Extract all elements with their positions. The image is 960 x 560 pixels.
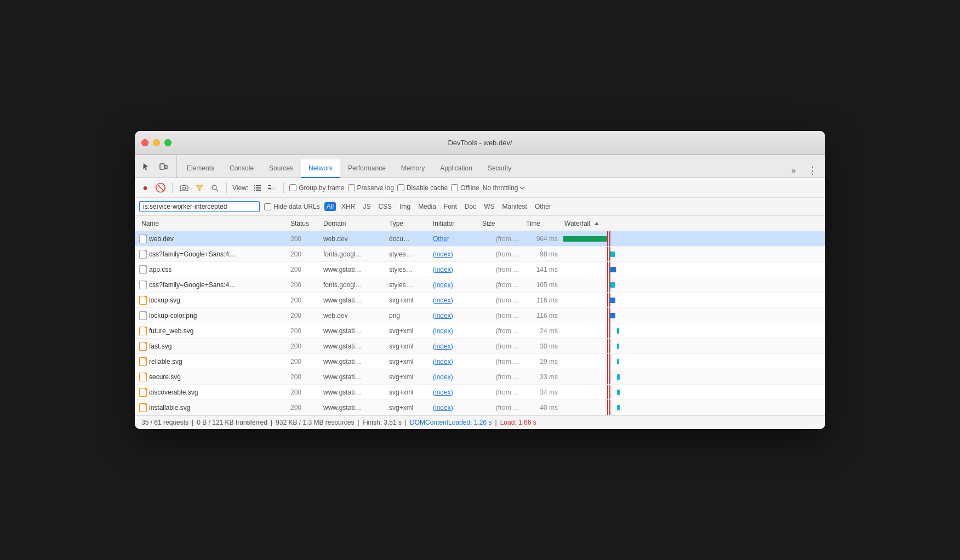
table-row[interactable]: lockup-color.png 200 web.dev png (index)… xyxy=(135,308,825,323)
header-domain[interactable]: Domain xyxy=(323,220,389,227)
detail-view-button[interactable] xyxy=(266,182,278,194)
maximize-button[interactable] xyxy=(164,139,172,146)
tab-bar-right: » ⋮ xyxy=(787,163,821,178)
cell-status: 200 xyxy=(288,327,321,335)
header-size[interactable]: Size xyxy=(482,220,526,227)
throttle-label: No throttling xyxy=(483,184,518,192)
cell-status: 200 xyxy=(288,266,321,273)
header-name[interactable]: Name xyxy=(137,220,290,227)
cursor-icon[interactable] xyxy=(139,160,152,173)
file-icon xyxy=(139,342,147,351)
preserve-log-checkbox[interactable] xyxy=(348,184,355,191)
filter-media[interactable]: Media xyxy=(416,202,438,211)
cell-waterfall xyxy=(562,262,825,277)
file-icon xyxy=(139,265,147,274)
filter-js[interactable]: JS xyxy=(361,202,373,211)
tab-sources[interactable]: Sources xyxy=(261,159,301,178)
tab-console[interactable]: Console xyxy=(222,159,261,178)
cell-status: 200 xyxy=(288,358,321,365)
record-button[interactable]: ● xyxy=(139,182,151,194)
svg-rect-0 xyxy=(160,164,164,169)
filter-css[interactable]: CSS xyxy=(376,202,394,211)
header-waterfall[interactable]: Waterfall xyxy=(564,220,823,227)
table-row[interactable]: reliable.svg 200 www.gstati… svg+xml (in… xyxy=(135,354,825,369)
list-view-button[interactable] xyxy=(252,182,264,194)
table-row[interactable]: css?family=Google+Sans:4… 200 fonts.goog… xyxy=(135,277,825,293)
view-label: View: xyxy=(232,184,248,192)
waterfall-dcl-line xyxy=(607,369,608,384)
filter-other[interactable]: Other xyxy=(533,202,553,211)
waterfall-bar xyxy=(617,374,620,380)
filter-img[interactable]: Img xyxy=(397,202,413,211)
group-by-frame-text: Group by frame xyxy=(299,184,344,192)
filter-all[interactable]: All xyxy=(324,202,336,211)
cell-initiator: (index) xyxy=(431,266,480,273)
table-row[interactable]: discoverable.svg 200 www.gstati… svg+xml… xyxy=(135,385,825,400)
disable-cache-label[interactable]: Disable cache xyxy=(397,184,448,192)
hide-data-urls-checkbox[interactable] xyxy=(264,203,271,210)
table-row[interactable]: installable.svg 200 www.gstati… svg+xml … xyxy=(135,400,825,415)
table-row[interactable]: lockup.svg 200 www.gstati… svg+xml (inde… xyxy=(135,293,825,308)
header-status[interactable]: Status xyxy=(290,220,323,227)
waterfall-dcl-line xyxy=(607,277,608,292)
filter-doc[interactable]: Doc xyxy=(462,202,478,211)
camera-button[interactable] xyxy=(178,182,190,194)
waterfall-load-line xyxy=(609,293,610,307)
waterfall-load-line xyxy=(609,354,610,369)
minimize-button[interactable] xyxy=(153,139,160,146)
tab-security[interactable]: Security xyxy=(480,159,519,178)
throttle-dropdown[interactable]: No throttling xyxy=(483,184,525,192)
svg-rect-8 xyxy=(254,187,255,188)
cell-domain: web.dev xyxy=(321,235,387,243)
table-row[interactable]: app.css 200 www.gstati… styles… (index) … xyxy=(135,262,825,277)
tab-elements[interactable]: Elements xyxy=(179,159,222,178)
table-row[interactable]: future_web.svg 200 www.gstati… svg+xml (… xyxy=(135,323,825,339)
table-row[interactable]: web.dev 200 web.dev docu… Other (from … … xyxy=(135,231,825,247)
device-toggle-icon[interactable] xyxy=(157,160,170,173)
header-time[interactable]: Time xyxy=(526,220,564,227)
disable-cache-text: Disable cache xyxy=(407,184,448,192)
file-icon xyxy=(139,357,147,366)
search-button[interactable] xyxy=(209,182,221,194)
filter-ws[interactable]: WS xyxy=(482,202,496,211)
cell-time: 964 ms xyxy=(524,235,562,243)
hide-data-urls-label[interactable]: Hide data URLs xyxy=(264,203,320,210)
filter-font[interactable]: Font xyxy=(442,202,459,211)
status-requests: 35 / 61 requests xyxy=(141,419,188,426)
clear-button[interactable]: 🚫 xyxy=(155,182,167,194)
filter-manifest[interactable]: Manifest xyxy=(500,202,529,211)
preserve-log-label[interactable]: Preserve log xyxy=(348,184,394,192)
tab-performance[interactable]: Performance xyxy=(340,159,393,178)
cell-time: 29 ms xyxy=(524,358,562,365)
svg-point-4 xyxy=(212,185,216,190)
header-initiator[interactable]: Initiator xyxy=(433,220,482,227)
waterfall-load-line xyxy=(609,247,610,261)
cell-size: (from … xyxy=(480,358,524,365)
file-icon xyxy=(139,327,147,335)
table-row[interactable]: css?family=Google+Sans:4… 200 fonts.goog… xyxy=(135,247,825,262)
status-dom-content-loaded: DOMContentLoaded: 1.26 s xyxy=(410,419,492,426)
offline-checkbox[interactable] xyxy=(451,184,458,191)
group-by-frame-label[interactable]: Group by frame xyxy=(289,184,344,192)
disable-cache-checkbox[interactable] xyxy=(397,184,404,191)
more-tabs-button[interactable]: » xyxy=(787,165,800,176)
offline-label[interactable]: Offline xyxy=(451,184,479,192)
cell-name: lockup.svg xyxy=(135,296,288,305)
filter-button[interactable] xyxy=(193,182,205,194)
filter-xhr[interactable]: XHR xyxy=(339,202,357,211)
tab-memory[interactable]: Memory xyxy=(393,159,432,178)
header-type[interactable]: Type xyxy=(389,220,433,227)
tab-network[interactable]: Network xyxy=(301,159,340,178)
cell-domain: www.gstati… xyxy=(321,266,387,273)
table-row[interactable]: fast.svg 200 www.gstati… svg+xml (index)… xyxy=(135,339,825,354)
cell-type: styles… xyxy=(387,266,431,273)
group-by-frame-checkbox[interactable] xyxy=(289,184,296,191)
table-row[interactable]: secure.svg 200 www.gstati… svg+xml (inde… xyxy=(135,369,825,385)
tab-application[interactable]: Application xyxy=(432,159,480,178)
cell-name: web.dev xyxy=(135,235,288,243)
filter-input[interactable] xyxy=(139,201,260,212)
svg-rect-15 xyxy=(268,190,276,190)
close-button[interactable] xyxy=(141,139,148,146)
devtools-menu-button[interactable]: ⋮ xyxy=(804,163,821,178)
cell-waterfall xyxy=(562,231,825,246)
